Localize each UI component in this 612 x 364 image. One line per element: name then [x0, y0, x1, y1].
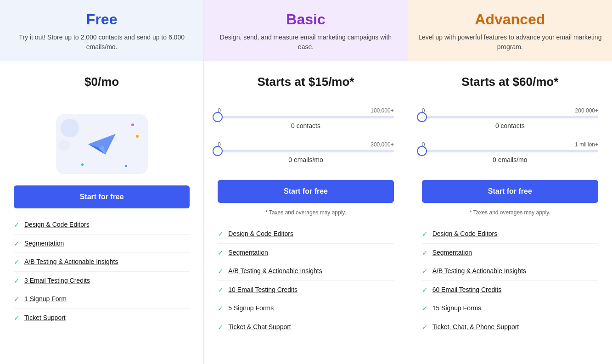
check-icon: ✓: [422, 249, 428, 257]
slider-section-basic-0: 0100,000+0 contacts: [204, 107, 407, 137]
free-illustration: [0, 107, 203, 181]
cta-section-free: Start for free: [0, 181, 203, 211]
plan-col-basic: BasicDesign, send, and measure email mar…: [204, 0, 408, 364]
features-list-advanced: ✓Design & Code Editors✓Segmentation✓A/B …: [408, 220, 612, 364]
feature-text-free-5[interactable]: Ticket Support: [24, 314, 66, 323]
plan-desc-basic: Design, send, and measure email marketin…: [213, 33, 398, 52]
feature-text-basic-4[interactable]: 5 Signup Forms: [228, 304, 274, 313]
feature-text-advanced-2[interactable]: A/B Testing & Actionable Insights: [432, 267, 526, 276]
check-icon: ✓: [422, 267, 428, 275]
slider-thumb-basic-1[interactable]: [213, 146, 223, 156]
list-item: ✓Design & Code Editors: [422, 225, 598, 244]
slider-section-advanced-0: 0200,000+0 contacts: [408, 107, 612, 137]
plan-pricing-free: $0/mo: [0, 61, 203, 107]
feature-text-free-2[interactable]: A/B Testing & Actionable Insights: [24, 258, 118, 267]
illustration-box: [56, 114, 148, 174]
list-item: ✓Segmentation: [422, 244, 598, 263]
slider-section-basic-1: 0300,000+0 emails/mo: [204, 141, 407, 171]
plan-pricing-basic: Starts at $15/mo*: [204, 61, 407, 107]
feature-text-advanced-5[interactable]: Ticket, Chat, & Phone Support: [432, 323, 519, 332]
feature-text-advanced-3[interactable]: 60 Email Testing Credits: [432, 286, 502, 295]
slider-track-advanced-1[interactable]: [422, 150, 598, 152]
list-item: ✓Design & Code Editors: [218, 225, 393, 244]
cta-button-free[interactable]: Start for free: [14, 185, 190, 208]
plan-price-basic: Starts at $15/mo*: [218, 75, 393, 89]
check-icon: ✓: [422, 286, 428, 294]
list-item: ✓60 Email Testing Credits: [422, 281, 598, 300]
plan-header-free: FreeTry it out! Store up to 2,000 contac…: [0, 0, 203, 61]
feature-text-free-0[interactable]: Design & Code Editors: [24, 220, 90, 230]
list-item: ✓15 Signup Forms: [422, 299, 598, 318]
dot-blue: [125, 165, 127, 167]
slider-value-label-basic-1: 0 emails/mo: [218, 156, 393, 163]
slider-labels-advanced-0: 0200,000+: [422, 107, 598, 114]
slider-max-basic-0: 100,000+: [371, 107, 393, 114]
feature-text-advanced-0[interactable]: Design & Code Editors: [432, 230, 498, 239]
check-icon: ✓: [14, 221, 20, 229]
check-icon: ✓: [218, 323, 224, 331]
cta-section-advanced: Start for free: [408, 175, 612, 206]
feature-text-basic-2[interactable]: A/B Testing & Actionable Insights: [228, 267, 322, 276]
list-item: ✓A/B Testing & Actionable Insights: [218, 262, 393, 281]
dot-orange: [136, 135, 139, 138]
feature-text-basic-5[interactable]: Ticket & Chat Support: [228, 323, 291, 332]
cta-button-basic[interactable]: Start for free: [218, 180, 393, 203]
list-item: ✓Ticket Support: [14, 309, 190, 327]
check-icon: ✓: [218, 230, 224, 238]
pricing-grid: FreeTry it out! Store up to 2,000 contac…: [0, 0, 612, 364]
tax-note-advanced: * Taxes and overages may apply.: [408, 209, 612, 220]
slider-section-advanced-1: 01 million+0 emails/mo: [408, 141, 612, 171]
slider-max-advanced-0: 200,000+: [575, 107, 598, 114]
plan-pricing-advanced: Starts at $60/mo*: [408, 61, 612, 107]
plan-desc-free: Try it out! Store up to 2,000 contacts a…: [9, 33, 194, 52]
list-item: ✓Ticket, Chat, & Phone Support: [422, 318, 598, 336]
check-icon: ✓: [14, 277, 20, 285]
slider-labels-basic-0: 0100,000+: [218, 107, 393, 114]
slider-track-basic-0[interactable]: [218, 116, 393, 118]
feature-text-free-1[interactable]: Segmentation: [24, 239, 64, 248]
feature-text-basic-3[interactable]: 10 Email Testing Credits: [228, 286, 298, 295]
feature-text-basic-1[interactable]: Segmentation: [228, 248, 268, 258]
plan-title-free: Free: [9, 11, 194, 28]
slider-value-label-advanced-0: 0 contacts: [422, 122, 598, 129]
check-icon: ✓: [218, 304, 224, 313]
list-item: ✓1 Signup Form: [14, 290, 190, 309]
plan-header-advanced: AdvancedLevel up with powerful features …: [408, 0, 612, 61]
feature-text-advanced-1[interactable]: Segmentation: [432, 248, 472, 258]
check-icon: ✓: [218, 286, 224, 294]
cta-button-advanced[interactable]: Start for free: [422, 180, 598, 203]
feature-text-free-4[interactable]: 1 Signup Form: [24, 295, 67, 304]
plan-price-advanced: Starts at $60/mo*: [422, 75, 598, 89]
list-item: ✓Segmentation: [14, 235, 190, 253]
plan-header-basic: BasicDesign, send, and measure email mar…: [204, 0, 407, 61]
list-item: ✓A/B Testing & Actionable Insights: [422, 262, 598, 281]
dot-pink: [131, 123, 134, 126]
slider-thumb-advanced-0[interactable]: [417, 112, 427, 122]
check-icon: ✓: [14, 240, 20, 248]
feature-text-basic-0[interactable]: Design & Code Editors: [228, 230, 293, 239]
slider-thumb-basic-0[interactable]: [213, 112, 223, 122]
check-icon: ✓: [218, 267, 224, 275]
slider-value-label-advanced-1: 0 emails/mo: [422, 156, 598, 163]
plan-title-advanced: Advanced: [417, 11, 603, 28]
plan-price-free: $0/mo: [14, 75, 190, 89]
dot-green: [81, 163, 84, 166]
slider-labels-advanced-1: 01 million+: [422, 141, 598, 148]
slider-track-basic-1[interactable]: [218, 150, 393, 152]
features-list-free: ✓Design & Code Editors✓Segmentation✓A/B …: [0, 211, 203, 364]
cta-section-basic: Start for free: [204, 175, 407, 206]
slider-max-advanced-1: 1 million+: [575, 141, 598, 148]
feature-text-free-3[interactable]: 3 Email Testing Credits: [24, 276, 90, 286]
slider-value-label-basic-0: 0 contacts: [218, 122, 393, 129]
plan-col-free: FreeTry it out! Store up to 2,000 contac…: [0, 0, 204, 364]
slider-track-advanced-0[interactable]: [422, 116, 598, 118]
list-item: ✓A/B Testing & Actionable Insights: [14, 253, 190, 272]
list-item: ✓5 Signup Forms: [218, 299, 393, 318]
plan-desc-advanced: Level up with powerful features to advan…: [417, 33, 603, 52]
slider-max-basic-1: 300,000+: [371, 141, 393, 148]
feature-text-advanced-4[interactable]: 15 Signup Forms: [432, 304, 482, 313]
slider-thumb-advanced-1[interactable]: [417, 146, 427, 156]
features-list-basic: ✓Design & Code Editors✓Segmentation✓A/B …: [204, 220, 407, 364]
deco-circle-2: [58, 140, 70, 151]
plan-title-basic: Basic: [213, 11, 398, 28]
